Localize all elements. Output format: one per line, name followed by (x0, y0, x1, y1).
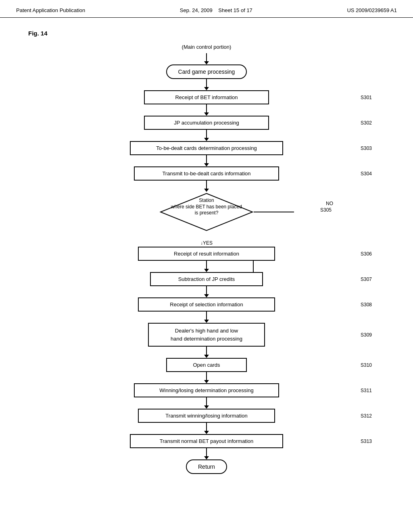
end-node: Return (186, 459, 227, 474)
s310-box: Open cards (166, 358, 247, 372)
s302-box: JP accumulation processing (144, 116, 269, 130)
node-s301: Receipt of BET information S301 (65, 90, 348, 104)
node-s305: Stationwhere side BET has been placedis … (65, 192, 348, 236)
arrow-14 (204, 448, 209, 459)
page-content: Fig. 14 (Main control portion) Card game… (0, 18, 413, 486)
arrow-9 (204, 312, 209, 323)
no-label: NO (326, 201, 333, 206)
node-s307: Subtraction of JP credits S307 (65, 272, 348, 286)
arrow-7 (204, 261, 209, 272)
s307-box: Subtraction of JP credits (150, 272, 263, 286)
s311-box: Winning/losing determination processing (134, 383, 279, 397)
s312-box: Transmit winning/losing information (138, 409, 275, 423)
yes-label: ↓YES (200, 240, 213, 246)
header-left: Patent Application Publication (16, 7, 85, 13)
s313-box: Transmit normal BET payout information (130, 434, 283, 448)
patent-number: US 2009/0239659 A1 (347, 7, 397, 13)
figure-label: Fig. 14 (28, 30, 48, 37)
node-s308: Receipt of selection information S308 (65, 297, 348, 312)
s305-label: S305 (320, 207, 332, 213)
arrow-5 (204, 181, 209, 192)
s303-box: To-be-dealt cards determination processi… (130, 141, 283, 155)
node-s312: Transmit winning/losing information S312 (65, 409, 348, 423)
s304-box: Transmit to-be-dealt cards information (134, 166, 279, 181)
arrow-0 (204, 53, 209, 64)
node-start: Card game processing (65, 64, 348, 79)
s301-label: S301 (361, 95, 372, 100)
arrow-13 (204, 423, 209, 434)
s302-label: S302 (361, 120, 372, 126)
s310-label: S310 (361, 362, 372, 368)
s313-label: S313 (361, 438, 372, 444)
no-branch-vertical-right (253, 261, 254, 273)
node-s306: Receipt of result information S306 (65, 247, 348, 261)
s309-box: Dealer's high hand and lowhand determina… (148, 323, 265, 347)
node-s309: Dealer's high hand and lowhand determina… (65, 323, 348, 347)
arrow-10 (204, 347, 209, 358)
s304-label: S304 (361, 171, 372, 177)
arrow-11 (204, 372, 209, 383)
s305-diamond-svg: Stationwhere side BET has been placedis … (158, 192, 255, 232)
node-s303: To-be-dealt cards determination processi… (65, 141, 348, 155)
s303-label: S303 (361, 145, 372, 151)
arrow-3 (204, 130, 209, 141)
flowchart-caption: (Main control portion) (182, 44, 232, 50)
flowchart: (Main control portion) Card game process… (65, 44, 348, 474)
sheet-info: Sheet 15 of 17 (218, 7, 252, 13)
arrow-2 (204, 104, 209, 116)
arrow-1 (204, 79, 209, 90)
s308-label: S308 (361, 302, 372, 308)
s305-text: Stationwhere side BET has been placedis … (171, 197, 242, 216)
s308-box: Receipt of selection information (138, 297, 275, 312)
s312-label: S312 (361, 413, 372, 419)
yes-branch: ↓YES (200, 240, 213, 247)
start-node: Card game processing (166, 64, 247, 79)
node-s304: Transmit to-be-dealt cards information S… (65, 166, 348, 181)
node-s313: Transmit normal BET payout information S… (65, 434, 348, 448)
s306-label: S306 (361, 251, 372, 257)
node-end: Return (65, 459, 348, 474)
node-s311: Winning/losing determination processing … (65, 383, 348, 397)
s309-label: S309 (361, 332, 372, 338)
page-header: Patent Application Publication Sep. 24, … (0, 0, 413, 18)
s307-label: S307 (361, 276, 372, 282)
node-s310: Open cards S310 (65, 358, 348, 372)
s306-box: Receipt of result information (138, 247, 275, 261)
arrow-4 (204, 155, 209, 166)
arrow-12 (204, 397, 209, 409)
s311-label: S311 (361, 388, 372, 393)
no-branch-horizontal (254, 212, 294, 212)
node-s302: JP accumulation processing S302 (65, 116, 348, 130)
arrow-8 (204, 286, 209, 297)
header-center: Sep. 24, 2009 Sheet 15 of 17 (180, 7, 252, 13)
s301-box: Receipt of BET information (144, 90, 269, 104)
